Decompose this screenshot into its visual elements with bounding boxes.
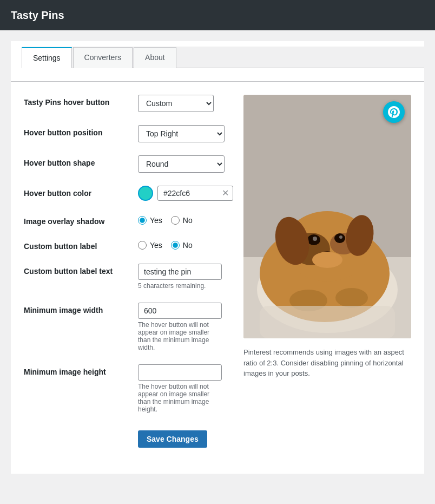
overlay-shadow-radio-group: Yes No (138, 214, 222, 225)
custom-btn-yes-radio[interactable] (138, 241, 147, 250)
color-swatch[interactable] (138, 186, 153, 201)
app-header: Tasty Pins (0, 0, 435, 30)
min-height-input[interactable] (138, 364, 222, 381)
custom-btn-label-radio-group: Yes No (138, 239, 222, 250)
custom-btn-no-text: No (183, 241, 193, 250)
hover-color-control: ✕ (138, 186, 233, 201)
dog-image-wrap (243, 95, 411, 338)
min-width-control: The hover button will not appear on imag… (138, 303, 222, 351)
svg-point-9 (313, 237, 317, 241)
custom-btn-text-input[interactable] (138, 264, 222, 280)
hover-shape-select[interactable]: Round Square Rounded Square (138, 155, 225, 173)
tabs-bar: Settings Converters About (11, 41, 424, 82)
custom-btn-text-control: 5 characters remaining. (138, 264, 222, 290)
preview-caption: Pinterest recommends using images with a… (243, 347, 411, 379)
hover-position-select[interactable]: Top Right Top Left Bottom Right Bottom L… (138, 125, 225, 142)
overlay-shadow-no-text: No (183, 216, 193, 225)
hover-color-label: Hover button color (24, 186, 129, 198)
overlay-shadow-no-label[interactable]: No (171, 216, 193, 225)
overlay-shadow-no-radio[interactable] (171, 216, 180, 225)
overlay-shadow-yes-radio[interactable] (138, 216, 147, 225)
save-control: Save Changes (138, 426, 222, 448)
custom-btn-yes-label[interactable]: Yes (138, 241, 162, 250)
tab-list: Settings Converters About (22, 47, 424, 68)
hover-button-row: Tasty Pins hover button Custom Default N… (24, 95, 222, 112)
hover-position-label: Hover button position (24, 125, 129, 137)
hover-shape-label: Hover button shape (24, 155, 129, 167)
custom-btn-label-label: Custom button label (24, 239, 129, 251)
min-height-control: The hover button will not appear on imag… (138, 364, 222, 413)
color-row: ✕ (138, 186, 233, 201)
overlay-shadow-control: Yes No (138, 214, 222, 225)
content-area: Tasty Pins hover button Custom Default N… (11, 82, 424, 474)
color-input-wrap: ✕ (157, 186, 233, 201)
tab-settings[interactable]: Settings (22, 47, 72, 68)
tab-converters[interactable]: Converters (73, 47, 133, 68)
dog-image (243, 95, 411, 338)
overlay-shadow-row: Image overlay shadow Yes No (24, 214, 222, 226)
hover-position-control: Top Right Top Left Bottom Right Bottom L… (138, 125, 225, 142)
custom-btn-text-label: Custom button label text (24, 264, 129, 276)
chars-remaining: 5 characters remaining. (138, 282, 222, 290)
svg-point-16 (335, 288, 368, 307)
custom-btn-label-row: Custom button label Yes No (24, 239, 222, 251)
save-row: Save Changes (24, 426, 222, 448)
min-width-row: Minimum image width The hover button wil… (24, 303, 222, 351)
hover-shape-control: Round Square Rounded Square (138, 155, 225, 173)
settings-form: Tasty Pins hover button Custom Default N… (24, 95, 222, 461)
custom-btn-text-row: Custom button label text 5 characters re… (24, 264, 222, 290)
tab-about[interactable]: About (134, 47, 176, 68)
pinterest-hover-button[interactable] (383, 101, 405, 123)
hover-button-label: Tasty Pins hover button (24, 95, 129, 107)
pinterest-icon (388, 106, 400, 118)
svg-point-12 (312, 252, 342, 268)
app-title: Tasty Pins (11, 9, 64, 22)
min-height-row: Minimum image height The hover button wi… (24, 364, 222, 413)
custom-btn-yes-text: Yes (150, 241, 162, 250)
clear-color-icon[interactable]: ✕ (222, 189, 229, 198)
min-width-help: The hover button will not appear on imag… (138, 321, 222, 351)
overlay-shadow-yes-text: Yes (150, 216, 162, 225)
custom-btn-no-radio[interactable] (171, 241, 180, 250)
dog-svg (243, 95, 411, 338)
save-button[interactable]: Save Changes (138, 430, 207, 448)
min-width-input[interactable] (138, 303, 222, 319)
overlay-shadow-label: Image overlay shadow (24, 214, 129, 226)
save-spacer (24, 426, 129, 429)
svg-point-10 (339, 235, 342, 239)
main-content: Tasty Pins hover button Custom Default N… (11, 82, 424, 474)
hover-shape-row: Hover button shape Round Square Rounded … (24, 155, 222, 173)
preview-panel: Pinterest recommends using images with a… (243, 95, 411, 461)
min-width-label: Minimum image width (24, 303, 129, 315)
custom-btn-no-label[interactable]: No (171, 241, 193, 250)
min-height-label: Minimum image height (24, 364, 129, 376)
hover-button-select[interactable]: Custom Default None (138, 95, 214, 112)
overlay-shadow-yes-label[interactable]: Yes (138, 216, 162, 225)
hover-position-row: Hover button position Top Right Top Left… (24, 125, 222, 142)
svg-rect-17 (260, 306, 395, 338)
custom-btn-label-control: Yes No (138, 239, 222, 250)
hover-color-row: Hover button color ✕ (24, 186, 222, 201)
hover-button-control: Custom Default None (138, 95, 222, 112)
min-height-help: The hover button will not appear on imag… (138, 383, 222, 413)
